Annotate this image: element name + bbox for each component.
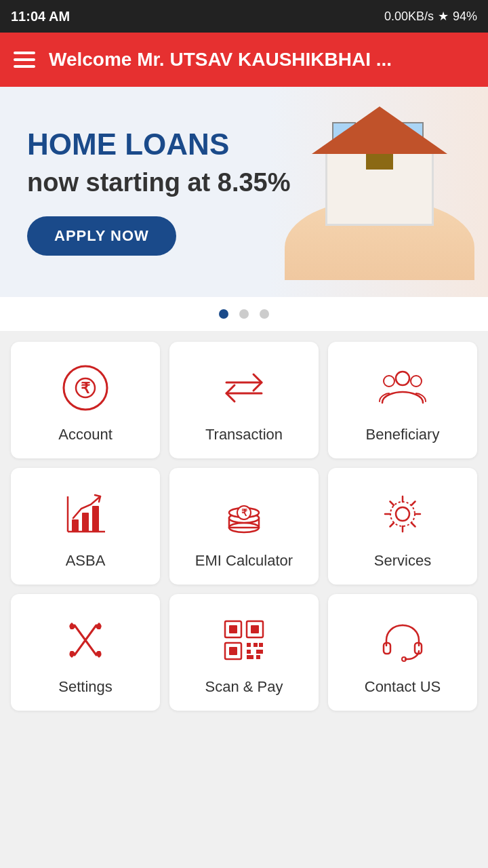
grid-item-services[interactable]: Services — [328, 468, 477, 585]
scanpay-label: Scan & Pay — [205, 678, 283, 696]
status-bar: 11:04 AM 0.00KB/s ★ 94% — [0, 0, 488, 33]
status-time: 11:04 AM — [11, 9, 70, 24]
network-speed: 0.00KB/s — [384, 9, 434, 24]
settings-label: Settings — [58, 678, 113, 696]
transaction-icon — [217, 361, 271, 415]
svg-rect-26 — [251, 625, 259, 633]
dot-2[interactable] — [239, 309, 249, 319]
hamburger-menu[interactable] — [14, 52, 35, 68]
contact-icon — [375, 613, 430, 667]
svg-rect-32 — [247, 650, 251, 654]
svg-text:₹: ₹ — [81, 380, 91, 397]
grid-item-emi[interactable]: ₹ EMI Calculator — [169, 468, 319, 585]
dot-1[interactable] — [219, 309, 228, 319]
svg-rect-29 — [247, 643, 251, 647]
svg-point-38 — [402, 657, 406, 661]
beneficiary-label: Beneficiary — [366, 426, 440, 443]
grid-item-asba[interactable]: ASBA — [11, 468, 160, 585]
account-label: Account — [58, 426, 113, 443]
scanpay-icon — [217, 613, 271, 667]
svg-point-7 — [411, 376, 422, 387]
svg-rect-10 — [72, 519, 79, 532]
app-header: Welcome Mr. UTSAV KAUSHIKBHAI ... — [0, 33, 488, 87]
svg-point-6 — [384, 376, 394, 387]
battery-icon: 94% — [453, 9, 477, 24]
svg-rect-31 — [259, 643, 263, 647]
menu-grid-section: ₹ Account Transaction — [0, 331, 488, 722]
header-title: Welcome Mr. UTSAV KAUSHIKBHAI ... — [49, 49, 392, 71]
svg-rect-28 — [229, 647, 237, 655]
grid-item-account[interactable]: ₹ Account — [11, 342, 160, 458]
svg-point-5 — [396, 372, 409, 385]
emi-label: EMI Calculator — [195, 552, 293, 570]
grid-item-contact[interactable]: Contact US — [328, 594, 477, 711]
asba-label: ASBA — [66, 552, 106, 570]
settings-icon — [58, 613, 113, 667]
asba-icon — [58, 487, 113, 541]
svg-rect-33 — [256, 650, 263, 654]
contact-label: Contact US — [365, 678, 441, 696]
menu-grid: ₹ Account Transaction — [11, 342, 477, 711]
emi-icon: ₹ — [217, 487, 271, 541]
transaction-label: Transaction — [205, 426, 283, 443]
interest-rate: 8.35% — [218, 168, 291, 197]
svg-rect-35 — [256, 655, 260, 659]
status-icons: 0.00KB/s ★ 94% — [384, 9, 477, 24]
grid-item-beneficiary[interactable]: Beneficiary — [328, 342, 477, 458]
account-icon: ₹ — [58, 361, 113, 415]
dot-3[interactable] — [260, 309, 269, 319]
svg-text:₹: ₹ — [241, 507, 247, 518]
svg-rect-12 — [92, 506, 99, 532]
promo-banner: HOME LOANS now starting at 8.35% APPLY N… — [0, 87, 488, 297]
banner-title: HOME LOANS — [27, 128, 461, 161]
grid-item-settings[interactable]: Settings — [11, 594, 160, 711]
svg-rect-24 — [229, 625, 237, 633]
grid-item-transaction[interactable]: Transaction — [169, 342, 319, 458]
svg-rect-30 — [253, 643, 258, 647]
apply-now-button[interactable]: APPLY NOW — [27, 216, 176, 256]
bluetooth-icon: ★ — [438, 9, 449, 24]
banner-subtitle: now starting at 8.35% — [27, 168, 461, 197]
svg-rect-34 — [247, 655, 253, 659]
svg-point-19 — [396, 507, 409, 521]
beneficiary-icon — [375, 361, 430, 415]
services-label: Services — [374, 552, 431, 570]
svg-rect-11 — [82, 513, 89, 532]
banner-text-area: HOME LOANS now starting at 8.35% APPLY N… — [0, 108, 488, 275]
grid-item-scanpay[interactable]: Scan & Pay — [169, 594, 319, 711]
carousel-dots — [0, 297, 488, 331]
services-icon — [375, 487, 430, 541]
